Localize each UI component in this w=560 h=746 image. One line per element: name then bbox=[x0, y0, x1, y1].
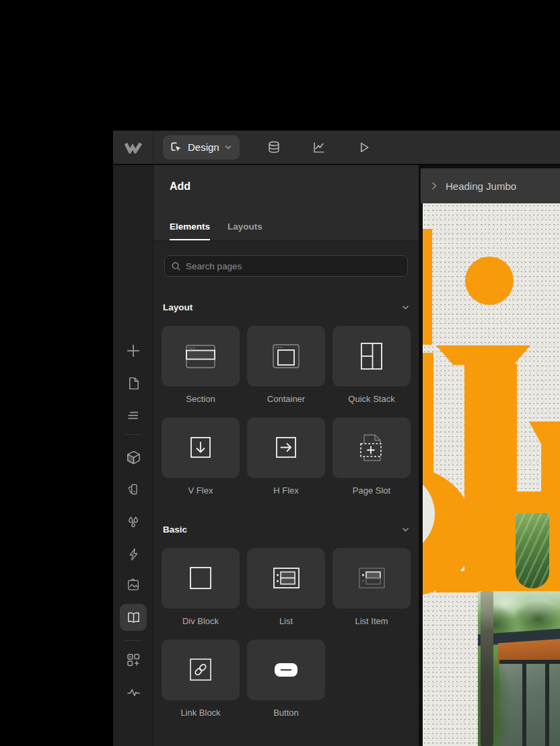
h-flex-icon bbox=[266, 428, 306, 468]
chevron-down-icon bbox=[402, 305, 409, 310]
element-card-h-flex[interactable] bbox=[247, 417, 325, 478]
link-block-icon bbox=[180, 650, 221, 690]
container-icon bbox=[266, 336, 306, 376]
search-input[interactable] bbox=[186, 261, 401, 271]
design-mode-button[interactable]: Design bbox=[163, 135, 240, 160]
top-bar-icons bbox=[262, 136, 376, 159]
element-label: Div Block bbox=[182, 616, 219, 626]
panel-title: Add bbox=[170, 180, 190, 193]
apps-icon[interactable] bbox=[125, 652, 141, 668]
panel-tabs: Elements Layouts bbox=[170, 222, 262, 240]
element-item-container: Container bbox=[247, 326, 325, 404]
add-panel-header: Add Elements Layouts bbox=[153, 165, 419, 241]
letter-i-top-serif bbox=[436, 345, 530, 365]
element-label: Section bbox=[186, 394, 215, 404]
add-panel-body: Layout Section bbox=[153, 241, 419, 746]
interactions-icon[interactable] bbox=[125, 546, 141, 562]
cms-database-icon[interactable] bbox=[262, 136, 285, 159]
pages-icon[interactable] bbox=[125, 375, 141, 391]
navigator-icon[interactable] bbox=[125, 407, 141, 423]
screenshot-stage: Design bbox=[0, 0, 560, 746]
element-card-link-block[interactable] bbox=[162, 640, 240, 700]
element-item-v-flex: V Flex bbox=[162, 417, 240, 496]
toolbar-divider bbox=[125, 640, 142, 641]
letter-i-dot bbox=[465, 257, 514, 305]
element-item-page-slot: Page Slot bbox=[332, 417, 411, 496]
element-item-list-item: List Item bbox=[332, 548, 411, 626]
search-icon bbox=[171, 261, 181, 271]
element-item-button: Button bbox=[247, 640, 325, 718]
left-toolbar bbox=[113, 165, 153, 746]
tab-layouts[interactable]: Layouts bbox=[228, 222, 262, 240]
canvas-area: Heading Jumbo bbox=[419, 165, 560, 746]
element-card-list[interactable] bbox=[247, 548, 325, 609]
quick-stack-icon bbox=[351, 336, 392, 376]
layout-elements-grid: Section Container bbox=[162, 326, 411, 496]
element-label: Button bbox=[273, 708, 299, 718]
element-item-quick-stack: Quick Stack bbox=[332, 326, 411, 404]
element-sections: Layout Section bbox=[153, 302, 419, 718]
webflow-logo[interactable] bbox=[113, 131, 153, 164]
list-icon bbox=[266, 558, 306, 599]
variables-icon[interactable] bbox=[125, 514, 141, 530]
house-photo bbox=[478, 591, 560, 746]
design-cursor-icon bbox=[170, 141, 182, 154]
chevron-right-icon bbox=[431, 182, 437, 190]
element-item-list: List bbox=[247, 548, 325, 626]
tab-elements[interactable]: Elements bbox=[170, 222, 210, 240]
element-label: H Flex bbox=[273, 485, 299, 496]
element-item-section: Section bbox=[162, 326, 240, 404]
element-card-section[interactable] bbox=[162, 326, 240, 386]
section-header-layout[interactable]: Layout bbox=[163, 302, 409, 312]
element-card-quick-stack[interactable] bbox=[332, 326, 411, 386]
element-card-list-item[interactable] bbox=[332, 548, 411, 609]
site-activity-icon[interactable] bbox=[125, 684, 141, 700]
breadcrumb[interactable]: Heading Jumbo bbox=[421, 168, 560, 203]
v-flex-icon bbox=[180, 428, 221, 468]
palm-photo-cutout bbox=[516, 513, 549, 588]
top-bar: Design bbox=[113, 131, 560, 164]
palm-trunk bbox=[481, 591, 493, 746]
element-item-h-flex: H Flex bbox=[247, 417, 325, 496]
element-item-link-block: Link Block bbox=[162, 640, 240, 718]
toolbar-divider bbox=[125, 434, 142, 435]
add-icon[interactable] bbox=[125, 343, 141, 359]
breadcrumb-label: Heading Jumbo bbox=[446, 180, 516, 192]
basic-elements-grid: Div Block List bbox=[162, 548, 411, 718]
canvas-artwork[interactable] bbox=[423, 203, 560, 746]
list-item-icon bbox=[351, 558, 392, 599]
search-field[interactable] bbox=[164, 255, 408, 277]
element-card-button[interactable] bbox=[247, 640, 325, 700]
letter-stem-left-top bbox=[423, 229, 432, 345]
section-header-basic[interactable]: Basic bbox=[163, 524, 409, 535]
element-label: Link Block bbox=[180, 708, 220, 718]
div-block-icon bbox=[180, 558, 221, 599]
element-label: Page Slot bbox=[353, 485, 390, 496]
style-swatch-icon[interactable] bbox=[125, 481, 141, 498]
page-slot-icon bbox=[351, 428, 392, 468]
letter-i-stem bbox=[464, 364, 517, 572]
webflow-logo-icon bbox=[125, 141, 142, 154]
assets-icon[interactable] bbox=[125, 577, 141, 593]
element-card-v-flex[interactable] bbox=[162, 417, 240, 478]
element-item-div-block: Div Block bbox=[162, 548, 240, 626]
section-title: Layout bbox=[163, 302, 193, 312]
libraries-icon[interactable] bbox=[120, 604, 147, 631]
button-icon bbox=[266, 650, 306, 690]
chevron-down-icon bbox=[402, 527, 409, 532]
element-card-page-slot[interactable] bbox=[332, 417, 411, 478]
design-mode-label: Design bbox=[188, 141, 219, 153]
preview-play-icon[interactable] bbox=[353, 136, 376, 159]
element-label: List bbox=[279, 616, 293, 626]
element-label: Quick Stack bbox=[348, 394, 394, 404]
section-title: Basic bbox=[163, 524, 187, 535]
chevron-down-icon bbox=[225, 145, 232, 149]
element-label: Container bbox=[267, 394, 305, 404]
element-card-div-block[interactable] bbox=[162, 548, 240, 609]
components-icon[interactable] bbox=[125, 449, 141, 465]
add-panel: Add Elements Layouts Layout bbox=[153, 165, 419, 746]
section-icon bbox=[180, 336, 221, 376]
element-label: V Flex bbox=[188, 485, 213, 496]
analytics-chart-icon[interactable] bbox=[308, 136, 330, 159]
element-card-container[interactable] bbox=[247, 326, 325, 386]
